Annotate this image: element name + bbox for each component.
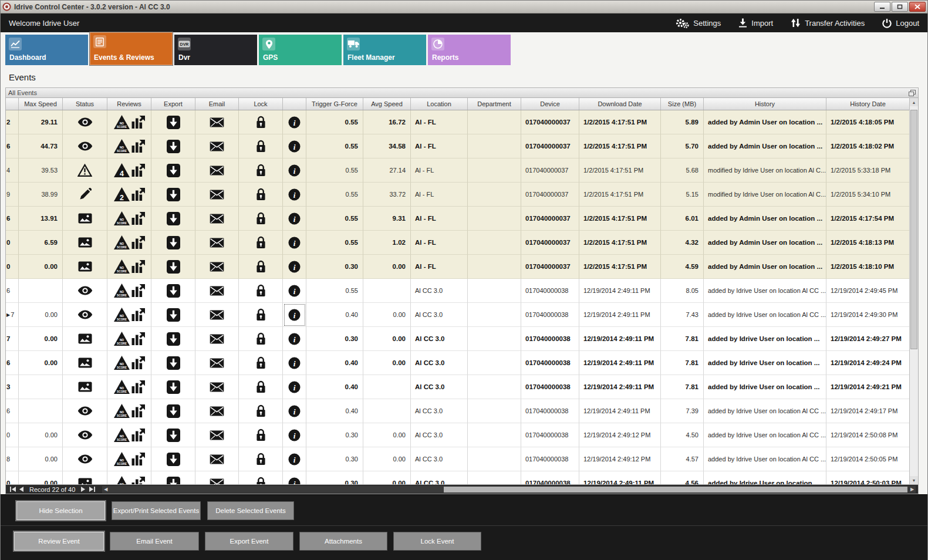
column-header-reviews[interactable]: Reviews <box>107 98 151 110</box>
lock-icon[interactable] <box>256 260 266 273</box>
horizontal-scrollbar-thumb[interactable] <box>444 487 907 492</box>
review-analytics-icon[interactable] <box>131 115 146 129</box>
review-analytics-icon[interactable] <box>131 163 146 177</box>
table-row[interactable]: 3NOSCOREi0.40Al CC 3.001704000003812/19/… <box>6 375 909 399</box>
lock-icon[interactable] <box>256 356 266 369</box>
lock-icon[interactable] <box>256 380 266 393</box>
export-icon[interactable] <box>167 236 180 249</box>
transfer-activities-button[interactable]: Transfer Activities <box>791 18 865 28</box>
column-header-download-date[interactable]: Download Date <box>579 98 661 110</box>
column-header-max-speed[interactable]: Max Speed <box>19 98 63 110</box>
lock-icon[interactable] <box>256 212 266 225</box>
export-icon[interactable] <box>167 429 180 442</box>
email-icon[interactable] <box>210 166 224 176</box>
table-row[interactable]: 613.91NOSCOREi0.559.31Al - FL01704000003… <box>6 207 909 231</box>
column-header-avg-speed[interactable]: Avg Speed <box>363 98 411 110</box>
table-row[interactable]: 06.59NOSCOREi0.551.02Al - FL017040000037… <box>6 231 909 255</box>
export-icon[interactable] <box>167 116 180 129</box>
import-button[interactable]: Import <box>738 18 773 28</box>
info-icon[interactable]: i <box>288 357 301 369</box>
scroll-down-arrow[interactable]: ▼ <box>910 476 918 484</box>
column-header-history[interactable]: History <box>704 98 826 110</box>
lock-icon[interactable] <box>256 164 266 177</box>
column-header-size-mb[interactable]: Size (MB) <box>661 98 704 110</box>
review-analytics-icon[interactable] <box>131 308 146 322</box>
attachments-button[interactable]: Attachments <box>299 532 387 551</box>
horizontal-scrollbar[interactable]: ◀ ▶ <box>102 486 916 493</box>
email-icon[interactable] <box>210 238 224 248</box>
column-header-department[interactable]: Department <box>468 98 521 110</box>
email-icon[interactable] <box>210 117 224 127</box>
lock-icon[interactable] <box>256 116 266 129</box>
info-icon[interactable]: i <box>288 333 301 345</box>
column-header-history-date[interactable]: History Date <box>826 98 909 110</box>
email-icon[interactable] <box>210 430 224 440</box>
email-icon[interactable] <box>210 334 224 344</box>
email-icon[interactable] <box>210 454 224 464</box>
export-icon[interactable] <box>167 453 180 466</box>
review-analytics-icon[interactable] <box>131 428 146 442</box>
column-header-location[interactable]: Location <box>411 98 468 110</box>
column-header-email[interactable]: Email <box>195 98 239 110</box>
tab-reports[interactable]: Reports <box>428 35 511 65</box>
vertical-scrollbar[interactable]: ▲ ▼ <box>909 98 918 484</box>
review-analytics-icon[interactable] <box>131 211 146 225</box>
email-icon[interactable] <box>210 310 224 320</box>
tab-dvr[interactable]: DVR Dvr <box>174 35 257 65</box>
lock-icon[interactable] <box>256 284 266 297</box>
lock-event-button[interactable]: Lock Event <box>393 532 481 551</box>
lock-icon[interactable] <box>256 404 266 417</box>
email-icon[interactable] <box>210 478 224 485</box>
table-row[interactable]: 439.534i0.5527.14Al - FL0170400000371/2/… <box>6 158 909 183</box>
export-icon[interactable] <box>167 308 180 322</box>
info-icon[interactable]: i <box>288 309 301 321</box>
table-row[interactable]: 644.73NOSCOREi0.5534.58Al - FL0170400000… <box>6 134 909 158</box>
logout-button[interactable]: Logout <box>882 18 919 28</box>
export-icon[interactable] <box>167 356 180 370</box>
export-icon[interactable] <box>167 380 180 394</box>
table-row[interactable]: 00.00NOSCOREi0.300.00Al CC 3.00170400000… <box>6 471 909 484</box>
email-icon[interactable] <box>210 214 224 224</box>
review-analytics-icon[interactable] <box>131 187 146 201</box>
tab-gps[interactable]: GPS <box>259 35 342 65</box>
scroll-right-arrow[interactable]: ▶ <box>909 486 916 493</box>
review-analytics-icon[interactable] <box>131 452 146 466</box>
export-icon[interactable] <box>167 164 180 177</box>
info-icon[interactable]: i <box>288 140 301 153</box>
lock-icon[interactable] <box>256 453 266 465</box>
export-icon[interactable] <box>167 284 180 298</box>
export-icon[interactable] <box>167 332 180 346</box>
maximize-button[interactable] <box>892 2 908 12</box>
table-row[interactable]: 00.00NOSCOREi0.300.00Al - FL017040000037… <box>6 255 909 279</box>
table-row[interactable]: 6NOSCOREi0.55Al CC 3.001704000003812/19/… <box>6 279 909 303</box>
settings-button[interactable]: Settings <box>675 18 721 29</box>
close-button[interactable] <box>909 2 926 12</box>
info-icon[interactable]: i <box>288 164 301 177</box>
scroll-up-arrow[interactable]: ▲ <box>910 98 918 106</box>
review-analytics-icon[interactable] <box>131 139 146 153</box>
column-header-info[interactable] <box>283 98 306 110</box>
email-icon[interactable] <box>210 286 224 296</box>
table-row[interactable]: ▶70.00NOSCOREi0.400.00Al CC 3.0017040000… <box>6 303 909 327</box>
minimize-button[interactable] <box>874 2 890 12</box>
review-analytics-icon[interactable] <box>131 476 146 484</box>
column-header-device[interactable]: Device <box>521 98 579 110</box>
table-row[interactable]: 6NOSCOREi0.40Al CC 3.001704000003812/19/… <box>6 399 909 423</box>
review-event-button[interactable]: Review Event <box>14 532 104 551</box>
lock-icon[interactable] <box>256 308 266 321</box>
hide-selection-button[interactable]: Hide Selection <box>16 501 105 520</box>
column-header-trigger-g-force[interactable]: Trigger G-Force <box>306 98 363 110</box>
email-icon[interactable] <box>210 382 224 392</box>
info-icon[interactable]: i <box>288 261 301 273</box>
info-icon[interactable]: i <box>288 188 301 201</box>
review-analytics-icon[interactable] <box>131 404 146 418</box>
lock-icon[interactable] <box>256 477 266 484</box>
column-header-lock[interactable]: Lock <box>239 98 283 110</box>
tab-dashboard[interactable]: Dashboard <box>5 35 88 65</box>
review-analytics-icon[interactable] <box>131 259 146 274</box>
export-icon[interactable] <box>167 477 180 485</box>
info-icon[interactable]: i <box>288 285 301 297</box>
first-record-button[interactable] <box>8 485 17 493</box>
info-icon[interactable]: i <box>288 477 301 485</box>
export-icon[interactable] <box>167 404 180 418</box>
